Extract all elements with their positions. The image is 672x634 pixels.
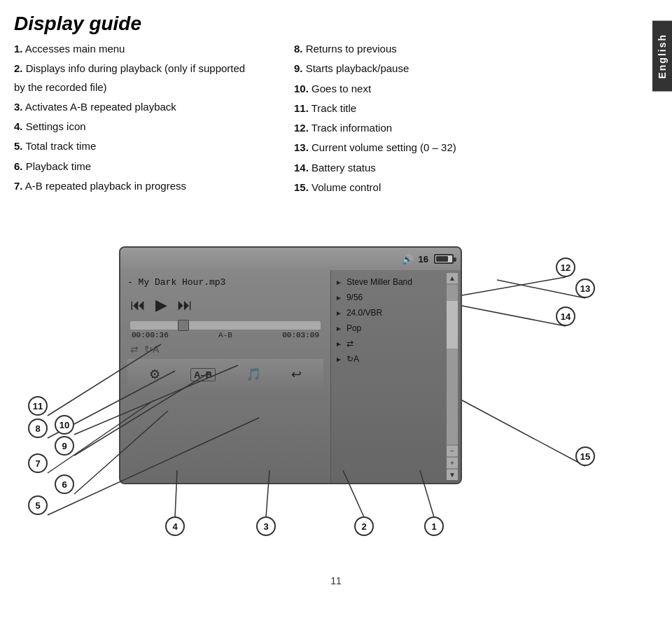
- total-time: 00:03:09: [282, 331, 319, 339]
- svg-line-2: [462, 306, 566, 326]
- time-row: 00:00:36 A-B 00:03:09: [130, 331, 321, 339]
- callout-14: 14: [556, 307, 575, 326]
- list-item: 4. Settings icon: [14, 117, 252, 136]
- svg-line-1: [497, 280, 585, 298]
- info-row-bitrate: ► 24.0/VBR: [335, 307, 456, 319]
- play-pause-button[interactable]: ▶: [155, 297, 167, 313]
- callout-8: 8: [28, 418, 48, 438]
- diagram-area: 🔊 16 - My Dark Hour.mp3 ⏮ ▶ ⏭: [0, 204, 672, 568]
- callout-10: 10: [55, 415, 74, 435]
- progress-bar-area: 00:00:36 A-B 00:03:09: [127, 321, 323, 339]
- info-row-artist: ► Steve Miller Band: [335, 276, 456, 288]
- callout-15: 15: [575, 446, 595, 466]
- list-item: 1. Accesses main menu: [14, 39, 252, 59]
- list-item: 5. Total track time: [14, 136, 252, 156]
- info-row-track-num: ► 9/56: [335, 291, 456, 304]
- svg-line-0: [462, 277, 566, 295]
- controls-row[interactable]: ⏮ ▶ ⏭: [127, 292, 323, 318]
- scroll-down-button[interactable]: ▼: [447, 470, 458, 480]
- progress-bar[interactable]: [130, 321, 321, 330]
- bottom-icons-bar[interactable]: ⚙ A–B 🎵 ↩: [127, 359, 323, 390]
- list-item: 15. Volume control: [294, 178, 658, 197]
- list-item: 3. Activates A-B repeated playback: [14, 97, 252, 117]
- ab-label: A-B: [218, 331, 232, 339]
- scroll-track: [447, 285, 458, 444]
- volume-icon: 🔊: [402, 254, 413, 265]
- bitrate-info: 24.0/VBR: [346, 308, 382, 318]
- scroll-plus-button[interactable]: +: [447, 458, 458, 468]
- info-row-repeat: ► ⇄: [335, 337, 456, 350]
- language-label: English: [652, 21, 672, 92]
- list-item: 2. Displays info during playback (only i…: [14, 59, 252, 97]
- player-top-bar: 🔊 16: [120, 248, 461, 270]
- battery-icon: [434, 254, 454, 264]
- repeat-icon: ⇄: [130, 344, 139, 355]
- player-main: - My Dark Hour.mp3 ⏮ ▶ ⏭ 00:00:36 A-B 00…: [120, 270, 461, 483]
- list-item: 7. A-B repeated playback in progress: [14, 176, 252, 196]
- list-item: 13. Current volume setting (0 – 32): [294, 138, 658, 157]
- repeat-mode-icon: ⇄: [346, 339, 354, 348]
- current-time: 00:00:36: [132, 331, 169, 339]
- settings-icon[interactable]: ⚙: [149, 367, 160, 382]
- callout-7: 7: [28, 453, 48, 473]
- scrollbar[interactable]: ▲ − + ▼: [447, 273, 458, 480]
- ab-repeat-icon[interactable]: A–B: [190, 368, 216, 381]
- callout-5: 5: [28, 495, 48, 515]
- player-left-section: - My Dark Hour.mp3 ⏮ ▶ ⏭ 00:00:36 A-B 00…: [120, 270, 330, 483]
- music-list-icon[interactable]: 🎵: [246, 367, 261, 382]
- skip-prev-button[interactable]: ⏮: [130, 297, 146, 313]
- callout-9: 9: [55, 436, 74, 456]
- track-title: - My Dark Hour.mp3: [127, 276, 323, 289]
- player-right-section: ► Steve Miller Band ► 9/56 ► 24.0/VBR ► …: [330, 270, 461, 483]
- artist-name: Steve Miller Band: [346, 277, 412, 287]
- page-number: 11: [0, 568, 672, 600]
- left-items-list: 1. Accesses main menu2. Displays info du…: [14, 39, 252, 197]
- volume-value: 16: [419, 254, 428, 265]
- callout-11: 11: [28, 396, 48, 416]
- callout-2: 2: [354, 516, 374, 536]
- list-item: 11. Track title: [294, 99, 658, 118]
- callout-3: 3: [256, 516, 276, 536]
- info-row-repeat-a: ► ↻A: [335, 353, 456, 365]
- svg-line-3: [462, 400, 585, 466]
- callout-6: 6: [55, 474, 74, 494]
- callout-4: 4: [165, 516, 185, 536]
- list-item: 14. Battery status: [294, 158, 658, 178]
- list-item: 12. Track information: [294, 118, 658, 138]
- callout-12: 12: [556, 258, 575, 277]
- genre-info: Pop: [346, 323, 361, 333]
- track-number: 9/56: [346, 293, 363, 302]
- list-item: 10. Goes to next: [294, 79, 658, 99]
- repeat-a-icon: ↻A: [144, 344, 159, 355]
- scroll-minus-button[interactable]: −: [447, 446, 458, 456]
- player-screen: 🔊 16 - My Dark Hour.mp3 ⏮ ▶ ⏭: [119, 246, 462, 484]
- list-item: 6. Playback time: [14, 157, 252, 176]
- repeat-icons-row: ⇄ ↻A: [127, 342, 323, 356]
- scroll-up-button[interactable]: ▲: [447, 273, 458, 283]
- callout-13: 13: [575, 279, 595, 298]
- list-item: 8. Returns to previous: [294, 39, 658, 59]
- scroll-thumb[interactable]: [447, 301, 458, 348]
- progress-thumb[interactable]: [178, 320, 189, 331]
- repeat-a-mode-icon: ↻A: [346, 354, 359, 364]
- right-items-list: 8. Returns to previous9. Starts playback…: [252, 39, 658, 197]
- list-item: 9. Starts playback/pause: [294, 59, 658, 78]
- skip-next-button[interactable]: ⏭: [177, 297, 192, 313]
- info-row-genre: ► Pop: [335, 322, 456, 334]
- callout-1: 1: [424, 516, 444, 536]
- page-title: Display guide: [0, 0, 672, 39]
- return-icon[interactable]: ↩: [291, 367, 302, 382]
